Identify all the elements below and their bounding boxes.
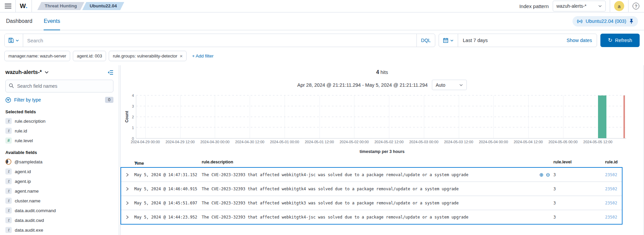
field-item[interactable]: t rule.id [5, 128, 113, 134]
vertical-gridline [319, 95, 320, 138]
horizontal-gridline [136, 117, 626, 117]
collapse-sidebar-icon[interactable] [108, 70, 113, 75]
index-pattern-select[interactable]: wazuh-alerts-* [553, 1, 606, 11]
field-item[interactable]: t cluster.name [5, 198, 113, 204]
divider [610, 0, 610, 12]
cell-time[interactable]: May 5, 2024 @ 14:46:40.915 [134, 187, 197, 191]
filter-for-value-icon[interactable]: ⊕ [539, 172, 544, 178]
field-name: rule.id [15, 128, 27, 133]
breadcrumb-tab[interactable]: Threat Hunting [37, 2, 84, 10]
avatar[interactable]: a [614, 1, 624, 11]
tab-label: Events [44, 18, 60, 24]
column-header-description[interactable]: rule.description [202, 160, 233, 164]
pin-icon[interactable] [629, 19, 634, 24]
filter-row: manager.name: wazuh-server × agent.id: 0… [0, 49, 644, 65]
filter-by-type[interactable]: Filter by type 0 [5, 97, 113, 103]
y-tick-label: 4 [132, 93, 134, 97]
x-tick-label: 2024-05-02 12:00 [375, 140, 404, 144]
field-item[interactable]: @sampledata [5, 159, 113, 165]
refresh-label: Refresh [615, 38, 632, 43]
calendar-button[interactable] [439, 34, 458, 47]
expand-row-icon[interactable] [126, 201, 129, 205]
interval-select[interactable]: Auto [432, 80, 467, 90]
table-row: May 5, 2024 @ 14:44:23.952 The CVE-2023-… [121, 210, 622, 224]
field-name: agent.name [15, 189, 39, 194]
field-search-input[interactable] [5, 80, 113, 92]
cell-level[interactable]: 3 [553, 201, 556, 205]
field-item[interactable]: t agent.name [5, 188, 113, 194]
field-name: data.audit.cwd [15, 218, 44, 223]
field-item[interactable]: t data.audit.cwd [5, 217, 113, 223]
refresh-button[interactable]: ↻ Refresh [600, 34, 640, 47]
add-filter-button[interactable]: + Add filter [192, 53, 213, 58]
x-tick-label: 2024-05-05 12:00 [583, 140, 612, 144]
field-item[interactable]: t agent.ip [5, 178, 113, 184]
cell-filter-actions: ⊕ ⊖ [539, 172, 550, 178]
agent-pill[interactable]: Ubuntu22.04 (003) [573, 16, 638, 27]
available-fields-title: Available fields [5, 150, 113, 155]
cell-rule-id[interactable]: 23502 [605, 201, 617, 205]
breadcrumb-label: Ubuntu22.04 [90, 3, 117, 8]
field-item[interactable]: t rule.description [5, 118, 113, 124]
saved-query-button[interactable] [5, 34, 23, 47]
menu-icon[interactable] [5, 4, 11, 8]
column-header-id[interactable]: rule.id [605, 160, 618, 164]
index-pattern-value: wazuh-alerts-* [556, 3, 586, 9]
time-range-text: Apr 28, 2024 @ 21:21:11.294 - May 5, 202… [297, 82, 428, 88]
filter-pill[interactable]: manager.name: wazuh-server × [4, 51, 70, 61]
histogram-bar[interactable] [598, 95, 607, 138]
field-name: rule.description [15, 119, 46, 124]
cell-time[interactable]: May 5, 2024 @ 14:44:23.952 [134, 215, 197, 220]
cell-description[interactable]: The CVE-2023-32393 that affected webkitg… [202, 201, 459, 205]
search-input[interactable] [23, 34, 416, 47]
field-type-icon: t [5, 118, 12, 124]
query-language-button[interactable]: DQL [416, 34, 435, 47]
column-header-level[interactable]: rule.level [553, 160, 572, 164]
cell-rule-id[interactable]: 23502 [605, 172, 617, 177]
show-dates-button[interactable]: Show dates [566, 34, 597, 47]
search-icon [9, 83, 14, 88]
sidebar-index-pattern-select[interactable]: wazuh-alerts-* [5, 69, 49, 75]
cell-level[interactable]: 3 [553, 187, 556, 191]
tab[interactable]: Events [44, 13, 60, 30]
field-item[interactable]: t agent.id [5, 168, 113, 174]
cell-time[interactable]: May 5, 2024 @ 14:45:51.697 [134, 201, 197, 205]
x-axis-title: timestamp per 3 hours [120, 149, 644, 154]
cell-description[interactable]: The CVE-2023-32393 that affected webkitg… [202, 187, 459, 191]
y-tick-label: 1 [132, 126, 134, 130]
expand-row-icon[interactable] [126, 215, 129, 219]
x-tick-label: 2024-05-04 12:00 [514, 140, 543, 144]
cell-description[interactable]: The CVE-2023-32393 that affected webkitg… [202, 215, 468, 220]
wazuh-logo[interactable]: W. [20, 2, 28, 10]
chevron-down-icon [15, 39, 19, 42]
filter-pill[interactable]: agent.id: 003 × [73, 51, 106, 61]
expand-row-icon[interactable] [126, 187, 129, 191]
filter-pill[interactable]: rule.groups: vulnerability-detector × [109, 51, 187, 61]
cell-level[interactable]: 3 [553, 215, 556, 220]
results-panel: 4 hits Apr 28, 2024 @ 21:21:11.294 - May… [120, 65, 644, 235]
expand-row-icon[interactable] [126, 173, 129, 177]
divider [628, 0, 629, 12]
close-icon[interactable]: × [180, 53, 183, 58]
field-item[interactable]: # rule.level [5, 138, 113, 144]
cell-description[interactable]: The CVE-2023-32393 that affected webkitg… [202, 172, 468, 177]
field-name: agent.ip [15, 179, 31, 184]
field-item[interactable]: t data.audit.command [5, 207, 113, 213]
x-tick-label: 2024-04-30 00:00 [200, 140, 230, 144]
save-icon [8, 38, 14, 43]
cell-time[interactable]: May 5, 2024 @ 14:47:31.152 [134, 172, 197, 177]
vertical-gridline [459, 95, 459, 138]
time-range-end-marker [624, 95, 625, 138]
broadcast-icon [577, 18, 583, 24]
field-item[interactable]: t data.audit.exe [5, 227, 113, 233]
filter-out-value-icon[interactable]: ⊖ [546, 172, 550, 178]
cell-level[interactable]: 3 [553, 172, 556, 177]
cell-rule-id[interactable]: 23502 [605, 187, 617, 191]
index-pattern-label: Index pattern [519, 3, 549, 9]
breadcrumb-tab[interactable]: Ubuntu22.04 [82, 2, 124, 10]
time-range-value[interactable]: Last 7 days [458, 34, 566, 47]
help-icon[interactable]: ? [633, 3, 639, 9]
cell-rule-id[interactable]: 23502 [605, 215, 617, 220]
tab[interactable]: Dashboard [6, 13, 32, 30]
sort-desc-icon: ▾ [136, 161, 137, 165]
